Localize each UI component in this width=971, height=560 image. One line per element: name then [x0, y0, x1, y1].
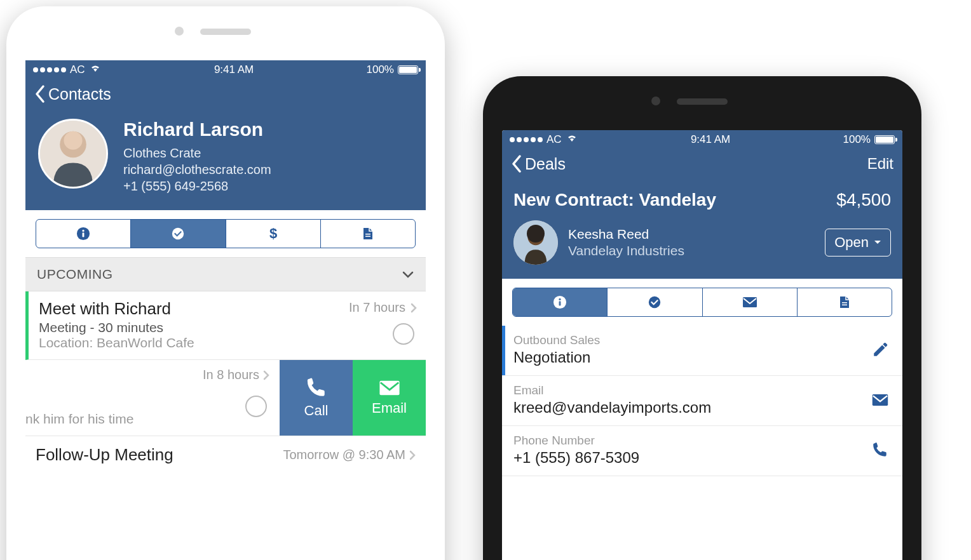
check-circle-icon [648, 295, 662, 309]
field-phone[interactable]: Phone Number +1 (555) 867-5309 [502, 426, 902, 476]
carrier-label: AC [547, 133, 562, 146]
tab-notes[interactable] [798, 288, 892, 316]
contact-info: Richard Larson Clothes Crate richard@clo… [123, 119, 271, 194]
back-label: Deals [525, 155, 566, 173]
deal-contact-row: Keesha Reed Vandelay Industries Open [513, 220, 891, 265]
event-item[interactable]: Meet with Richard Meeting - 30 minutes L… [25, 291, 426, 360]
status-bar: AC 9:41 AM 100% [502, 130, 902, 149]
contact-email: richard@clothescrate.com [123, 163, 271, 177]
status-left: AC [33, 63, 102, 76]
field-email[interactable]: Email kreed@vandelayimports.com [502, 376, 902, 426]
svg-rect-8 [365, 234, 370, 235]
phone-white-frame: AC 9:41 AM 100% Contacts [6, 6, 445, 560]
speaker-grill [200, 29, 251, 35]
field-value: +1 (555) 867-5309 [513, 449, 862, 467]
event-subtitle: Meeting - 30 minutes [39, 320, 416, 335]
phone-black-frame: AC 9:41 AM 100% Deals Edit New Contract:… [483, 76, 921, 560]
field-label: Outbound Sales [513, 333, 862, 347]
document-icon [362, 227, 374, 241]
phone-icon[interactable] [869, 442, 891, 458]
status-dropdown[interactable]: Open [825, 229, 891, 257]
front-camera [175, 27, 184, 36]
chevron-left-icon [511, 154, 522, 173]
envelope-icon [742, 297, 757, 308]
section-header-upcoming[interactable]: UPCOMING [25, 257, 426, 291]
svg-rect-5 [83, 232, 85, 237]
field-stage[interactable]: Outbound Sales Negotiation [502, 326, 902, 376]
back-button[interactable]: Deals [511, 154, 566, 173]
deal-contact-name: Keesha Reed [568, 227, 815, 242]
status-left: AC [510, 133, 578, 146]
phone-icon [306, 377, 327, 399]
screen-deals: AC 9:41 AM 100% Deals Edit New Contract:… [502, 130, 902, 560]
battery-icon [398, 65, 418, 74]
email-label: Email [372, 400, 407, 417]
deal-title-row: New Contract: Vandelay $4,500 [513, 190, 891, 210]
pencil-icon[interactable] [869, 342, 891, 358]
svg-rect-18 [743, 297, 757, 307]
deal-header: New Contract: Vandelay $4,500 Keesha Ree… [502, 180, 902, 279]
status-right: 100% [843, 133, 895, 146]
task-item-swiped[interactable]: In 8 hours nk him for his time Call Emai… [25, 360, 426, 436]
swipe-action-call[interactable]: Call [280, 360, 353, 436]
info-icon [76, 227, 90, 241]
dollar-icon: $ [268, 226, 278, 241]
signal-dots-icon [33, 67, 66, 72]
swipe-action-email[interactable]: Email [353, 360, 426, 436]
event-when: In 7 hours [349, 300, 405, 315]
chevron-down-icon [402, 270, 414, 278]
complete-checkbox[interactable] [393, 323, 414, 345]
complete-checkbox[interactable] [245, 396, 267, 417]
event-location: Location: BeanWorld Cafe [39, 335, 416, 350]
back-button[interactable]: Contacts [34, 84, 111, 103]
tab-bar: $ [36, 219, 416, 248]
deal-contact-info: Keesha Reed Vandelay Industries [568, 227, 815, 258]
svg-text:$: $ [269, 226, 277, 241]
svg-rect-16 [559, 301, 561, 305]
field-label: Phone Number [513, 434, 862, 448]
followup-item[interactable]: Follow-Up Meeting Tomorrow @ 9:30 AM [25, 436, 426, 474]
tab-notes[interactable] [321, 220, 415, 248]
status-bar: AC 9:41 AM 100% [25, 60, 426, 79]
edit-button[interactable]: Edit [867, 155, 893, 173]
clock-label: 9:41 AM [214, 63, 254, 76]
info-icon [553, 295, 567, 309]
wifi-icon [89, 63, 102, 76]
svg-point-2 [64, 131, 82, 150]
status-right: 100% [367, 63, 418, 76]
field-label: Email [513, 383, 862, 397]
avatar[interactable] [38, 119, 108, 189]
tab-info[interactable] [36, 220, 131, 248]
deal-company: Vandelay Industries [568, 243, 815, 258]
speaker-grill [677, 98, 728, 105]
svg-rect-19 [842, 302, 847, 303]
check-circle-icon [171, 227, 185, 241]
contact-company: Clothes Crate [123, 146, 271, 161]
tab-email[interactable] [703, 288, 798, 316]
deal-amount: $4,500 [836, 190, 891, 210]
contact-name: Richard Larson [123, 119, 271, 140]
clock-label: 9:41 AM [691, 133, 730, 146]
tab-deals[interactable]: $ [226, 220, 321, 248]
field-value: kreed@vandelayimports.com [513, 399, 862, 417]
avatar[interactable] [513, 220, 558, 265]
field-value: Negotiation [513, 349, 862, 366]
signal-dots-icon [510, 137, 543, 142]
tab-activity[interactable] [131, 220, 226, 248]
screen-contacts: AC 9:41 AM 100% Contacts [25, 60, 426, 560]
svg-rect-10 [379, 380, 399, 395]
followup-when: Tomorrow @ 9:30 AM [283, 448, 405, 462]
tab-info[interactable] [513, 288, 608, 316]
back-label: Contacts [48, 85, 111, 103]
tab-activity[interactable] [608, 288, 702, 316]
chevron-right-icon [411, 303, 417, 313]
deal-title: New Contract: Vandelay [513, 190, 716, 210]
battery-percent: 100% [843, 133, 871, 146]
task-truncated-text: nk him for his time [25, 411, 133, 427]
envelope-icon [379, 380, 400, 396]
tab-bar [512, 288, 892, 317]
svg-rect-20 [842, 305, 847, 306]
contact-header: Richard Larson Clothes Crate richard@clo… [25, 110, 426, 210]
nav-bar: Contacts [25, 79, 426, 110]
envelope-icon[interactable] [869, 394, 891, 406]
